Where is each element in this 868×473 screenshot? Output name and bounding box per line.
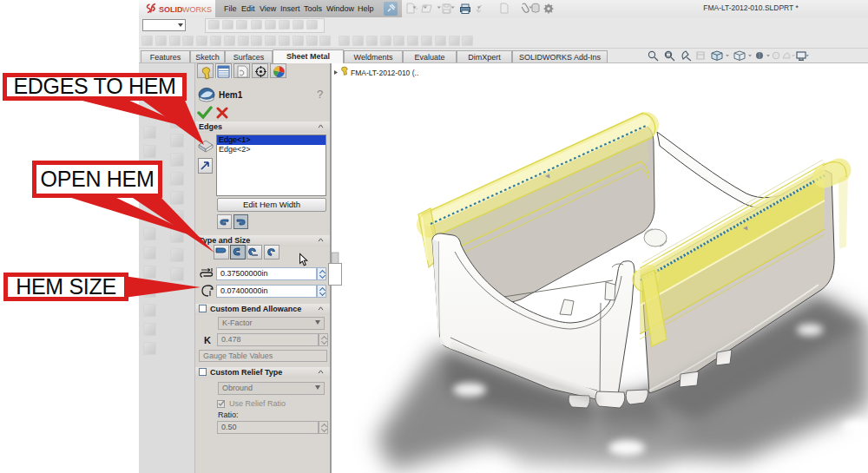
svg-text:FMA-LT-2012-010 (..: FMA-LT-2012-010 (.. [351, 69, 418, 77]
